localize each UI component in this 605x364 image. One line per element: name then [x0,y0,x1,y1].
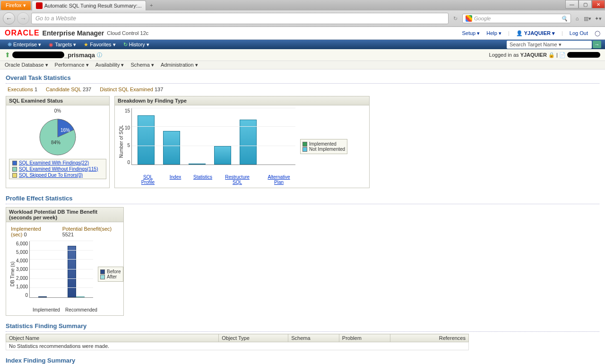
new-tab-button[interactable]: + [146,1,156,9]
profile-panel: Workload Potential DB Time Benefit (seco… [6,207,124,316]
legend-skipped[interactable]: SQL Skipped Due To Errors(0) [19,173,83,178]
redacted-text [12,52,64,58]
xlabel-profile[interactable]: SQL Profile [138,174,157,185]
bookmarks-icon[interactable]: ▥▾ [583,14,592,23]
nav-targets[interactable]: ◉Targets ▾ [45,41,80,49]
help-menu[interactable]: Help ▾ [486,30,501,36]
target-bar: ⬆ _prismaqa ⓘ Logged in as YJAQUIER 🔒 | … [0,49,605,61]
url-input[interactable]: Go to a Website [31,13,449,24]
tab-title: Automatic SQL Tuning Result Summary:... [44,3,142,9]
legend-with-findings[interactable]: SQL Examined With Findings(22) [19,160,89,165]
oracle-header: ORACLE Enterprise Manager Cloud Control … [0,27,605,40]
xlabel-index[interactable]: Index [166,174,185,185]
legend-without-findings[interactable]: SQL Examined Without Findings(115) [19,166,98,172]
pie-title: SQL Examined Status [6,96,109,105]
minimize-button[interactable]: — [565,0,579,9]
stats-finding-table: Object Name Object Type Schema Problem R… [6,334,469,350]
nav-bar: ← → Go to a Website ↻ Google 🔍 ⌂ ▥▾ ✦▾ [0,10,605,26]
subnav-oracle-database[interactable]: Oracle Database ▾ [5,62,48,68]
bar-index[interactable] [163,131,180,165]
nav-history[interactable]: ↻History ▾ [120,41,153,49]
stats-empty-row: No Statistics recommendations were made. [6,342,469,350]
bar-legend: Implemented Not Implemented [300,139,347,154]
profile-yticks: 6,0005,0004,0003,0002,0001,0000 [16,241,29,298]
window-controls: — ▢ ✕ [565,0,605,9]
profile-ylabel: DB Time (s) [9,241,16,307]
browser-search-input[interactable]: Google 🔍 [462,14,571,23]
xlabel-stats[interactable]: Statistics [193,174,212,185]
overall-title: Overall Task Statistics [6,72,599,84]
user-menu[interactable]: 👤 YJAQUIER ▾ [516,30,555,36]
back-button[interactable]: ← [3,12,15,25]
bar-restructure[interactable] [214,146,231,165]
product-title: Enterprise Manager [43,29,104,37]
stats-finding-title: Statistics Finding Summary [6,321,599,332]
subnav-administration[interactable]: Administration ▾ [161,62,198,68]
nav-enterprise[interactable]: ❋Enterprise ▾ [4,41,45,49]
subnav-availability[interactable]: Availability ▾ [95,62,124,68]
bar-yticks: 151050 [125,108,131,165]
overall-stats: Executions 1 Candidate SQL 237 Distinct … [6,86,599,93]
tab-bar: Firefox ▾ Automatic SQL Tuning Result Su… [0,0,605,10]
pie-legend: SQL Examined With Findings(22) SQL Exami… [9,159,106,179]
logout-link[interactable]: Log Out [570,30,588,36]
profile-bar-before[interactable] [68,246,76,297]
profile-legend: Before After [98,267,123,282]
product-subtitle: Cloud Control 12c [107,30,148,36]
bar-xlabels: SQL Profile Index Statistics Restructure… [118,174,295,185]
browser-chrome: — ▢ ✕ Firefox ▾ Automatic SQL Tuning Res… [0,0,605,27]
db-icon: 📄 [559,52,566,58]
main-content: Overall Task Statistics Executions 1 Can… [0,69,605,364]
xlabel-altplan[interactable]: Alternative Plan [262,174,295,185]
profile-title: Profile Effect Statistics [6,193,599,204]
subnav-performance[interactable]: Performance ▾ [55,62,89,68]
accessibility-icon[interactable]: ◯ [595,30,600,36]
profile-bar-after[interactable] [76,296,85,297]
pie-chart: 16% 84% [39,118,77,156]
home-icon[interactable]: ⌂ [573,14,581,23]
google-icon [466,15,472,22]
target-up-icon: ⬆ [5,51,10,59]
breakdown-panel: Breakdown by Finding Type Number of SQL … [114,96,370,188]
target-name: _prismaqa [64,52,95,59]
nav-favorites[interactable]: ★Favorites ▾ [80,41,119,49]
xlabel-restructure[interactable]: Restructure SQL [221,174,254,185]
addons-icon[interactable]: ✦▾ [594,14,602,23]
sql-examined-panel: SQL Examined Status 0% 16% 84% SQL Exami… [6,96,110,188]
close-button[interactable]: ✕ [592,0,605,9]
bar-sql-profile[interactable] [138,115,155,165]
setup-menu[interactable]: Setup ▾ [462,30,480,36]
profile-plot [29,241,93,298]
reload-icon[interactable]: ↻ [453,16,458,22]
bar-statistics[interactable] [189,164,206,165]
profile-subtitle: Workload Potential DB Time Benefit (seco… [6,208,123,222]
search-target-input[interactable]: Search Target Name ▾ [507,41,592,49]
forward-button[interactable]: → [17,12,29,25]
pie-zero-label: 0% [9,108,106,113]
oracle-logo: ORACLE [5,29,40,37]
tab-favicon-icon [36,2,43,9]
info-icon[interactable]: ⓘ [97,52,102,59]
sub-nav: Oracle Database ▾ Performance ▾ Availabi… [0,61,605,69]
bar-plot [131,108,295,165]
search-go-button[interactable]: → [593,41,601,48]
firefox-menu-button[interactable]: Firefox ▾ [1,1,31,10]
subnav-schema[interactable]: Schema ▾ [130,62,154,68]
lock-icon: 🔒 [548,52,555,58]
search-icon[interactable]: 🔍 [561,16,568,22]
bar-title: Breakdown by Finding Type [115,96,369,105]
browser-tab-active[interactable]: Automatic SQL Tuning Result Summary:... [32,0,146,10]
bar-ylabel: Number of SQL [118,108,125,174]
index-finding-title: Index Finding Summary [6,355,599,364]
maximize-button[interactable]: ▢ [579,0,592,9]
global-nav: ❋Enterprise ▾ ◉Targets ▾ ★Favorites ▾ ↻H… [0,40,605,49]
login-info: Logged in as YJAQUIER 🔒 | 📄 [489,52,600,58]
